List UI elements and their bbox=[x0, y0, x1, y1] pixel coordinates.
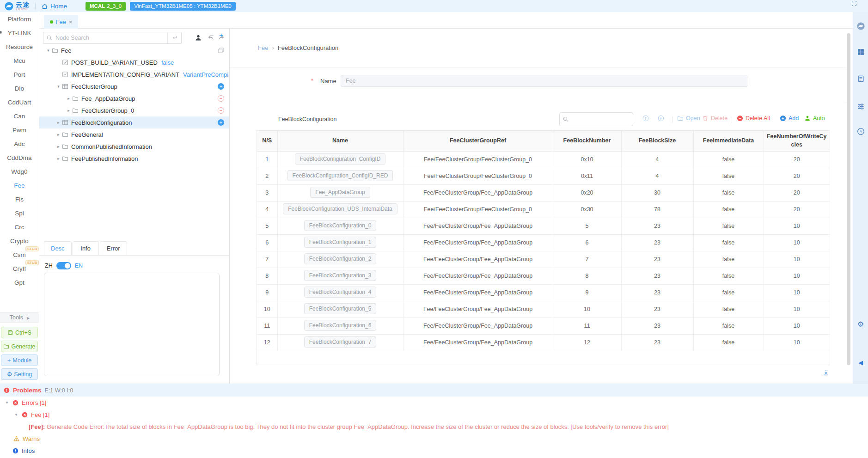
sidebar-save-button[interactable]: Ctrl+S bbox=[1, 327, 38, 338]
table-row[interactable]: 10FeeBlockConfiguration_5Fee/FeeClusterG… bbox=[257, 301, 830, 318]
sidebar-item-fls[interactable]: Fls bbox=[0, 192, 39, 206]
history-icon[interactable] bbox=[856, 127, 865, 136]
sidebar-item-csm[interactable]: CsmSTUB bbox=[0, 248, 39, 262]
chevron-right-icon[interactable]: ▸ bbox=[65, 108, 72, 113]
sidebar-item-cdddma[interactable]: CddDma bbox=[0, 151, 39, 165]
close-icon[interactable] bbox=[69, 19, 73, 25]
sidebar-item-mcu[interactable]: Mcu bbox=[0, 54, 39, 67]
tree-node-value[interactable]: false bbox=[161, 59, 174, 66]
breadcrumb-fee[interactable]: Fee bbox=[258, 44, 268, 51]
sidebar-item-cdduart[interactable]: CddUart bbox=[0, 95, 39, 109]
table-row[interactable]: 1FeeBlockConfiguration_ConfigIDFee/FeeCl… bbox=[257, 151, 830, 168]
block-name-chip[interactable]: Fee_AppDataGroup bbox=[310, 187, 370, 198]
auto-button[interactable]: Auto bbox=[804, 115, 825, 122]
block-name-chip[interactable]: FeeBlockConfiguration_3 bbox=[304, 270, 377, 281]
block-name-chip[interactable]: FeeBlockConfiguration_7 bbox=[304, 336, 377, 348]
chevron-right-icon[interactable]: ▸ bbox=[55, 156, 62, 161]
table-row[interactable]: 5FeeBlockConfiguration_0Fee/FeeClusterGr… bbox=[257, 218, 830, 234]
gear-icon[interactable]: ⚙ bbox=[856, 320, 865, 329]
block-name-chip[interactable]: FeeBlockConfiguration_2 bbox=[304, 253, 377, 264]
block-name-chip[interactable]: FeeBlockConfiguration_1 bbox=[304, 237, 377, 248]
tree-node-feeclustergroup[interactable]: ▾FeeClusterGroup+ bbox=[39, 80, 230, 92]
chevron-down-icon[interactable]: ▾ bbox=[45, 48, 52, 53]
sidebar-item-crypto[interactable]: Crypto bbox=[0, 234, 39, 248]
sidebar-item-spi[interactable]: Spi bbox=[0, 206, 39, 220]
add-button[interactable]: Add bbox=[780, 115, 799, 122]
chevron-right-icon[interactable]: ▸ bbox=[55, 144, 62, 149]
add-circle-icon[interactable]: + bbox=[218, 83, 224, 90]
infos-group-row[interactable]: Infos bbox=[0, 445, 868, 457]
chevron-down-icon[interactable]: ▾ bbox=[55, 84, 62, 89]
block-name-chip[interactable]: FeeBlockConfiguration_ConfigID_RED bbox=[287, 170, 393, 181]
tab-desc[interactable]: Desc bbox=[44, 241, 72, 255]
sidebar-item-resource[interactable]: Resource bbox=[0, 40, 39, 54]
block-name-chip[interactable]: FeeBlockConfiguration_4 bbox=[304, 287, 377, 298]
sidebar-item-gpt[interactable]: Gpt bbox=[0, 275, 39, 289]
assistant-icon[interactable] bbox=[193, 33, 203, 43]
sidebar-item-crc[interactable]: Crc bbox=[0, 220, 39, 234]
delete-all-button[interactable]: Delete All bbox=[737, 115, 770, 122]
tree-node-feepublishedinformation[interactable]: ▸FeePublishedInformation bbox=[39, 153, 230, 165]
table-row[interactable]: 4FeeBlockConfiguration_UDS_InternalDataF… bbox=[257, 201, 830, 218]
delete-button[interactable]: Delete bbox=[702, 115, 727, 122]
sidebar-module-button[interactable]: +Module bbox=[1, 354, 38, 366]
tree-node-implementation_config_variant[interactable]: IMPLEMENTATION_CONFIG_VARIANTVariantPreC… bbox=[39, 68, 230, 80]
tree-node-fee_appdatagroup[interactable]: ▸Fee_AppDataGroup− bbox=[39, 92, 230, 104]
add-circle-icon[interactable]: + bbox=[218, 119, 224, 126]
move-down-button[interactable] bbox=[658, 115, 664, 122]
table-row[interactable]: 9FeeBlockConfiguration_4Fee/FeeClusterGr… bbox=[257, 284, 830, 301]
sidebar-item-platform[interactable]: Platform bbox=[0, 12, 39, 26]
tree-node-post_build_variant_used[interactable]: POST_BUILD_VARIANT_USEDfalse bbox=[39, 56, 230, 68]
open-button[interactable]: Open bbox=[677, 115, 700, 122]
table-row[interactable]: 8FeeBlockConfiguration_3Fee/FeeClusterGr… bbox=[257, 268, 830, 284]
collapse-rail-icon[interactable]: ◀ bbox=[856, 358, 865, 367]
language-toggle[interactable] bbox=[56, 262, 71, 269]
remove-circle-icon[interactable]: − bbox=[218, 107, 224, 114]
tab-info[interactable]: Info bbox=[73, 241, 99, 255]
block-name-chip[interactable]: FeeBlockConfiguration_6 bbox=[304, 320, 377, 331]
tree-node-feeclustergroup_0[interactable]: ▸FeeClusterGroup_0− bbox=[39, 104, 230, 116]
sidebar-item-adc[interactable]: Adc bbox=[0, 137, 39, 151]
sidebar-item-can[interactable]: Can bbox=[0, 109, 39, 123]
sidebar-item-yt-link[interactable]: YT-LINK bbox=[0, 26, 39, 40]
chevron-right-icon[interactable]: ▸ bbox=[65, 96, 72, 101]
tools-button[interactable]: Tools bbox=[0, 312, 39, 323]
block-name-chip[interactable]: FeeBlockConfiguration_5 bbox=[304, 303, 377, 314]
vertical-scrollbar[interactable] bbox=[847, 33, 850, 365]
desc-textarea[interactable] bbox=[44, 273, 220, 376]
sidebar-generate-button[interactable]: Generate bbox=[1, 341, 38, 352]
home-button[interactable]: Home bbox=[41, 3, 67, 10]
sidebar-item-dio[interactable]: Dio bbox=[0, 81, 39, 95]
copy-icon[interactable] bbox=[218, 47, 224, 54]
fee-error-group-row[interactable]: ▾ Fee [1] bbox=[0, 409, 868, 421]
tree-node-fee[interactable]: ▾Fee bbox=[39, 44, 230, 56]
sidebar-item-fee[interactable]: Fee bbox=[0, 178, 39, 192]
table-row[interactable]: 7FeeBlockConfiguration_2Fee/FeeClusterGr… bbox=[257, 251, 830, 268]
document-icon[interactable] bbox=[856, 74, 865, 83]
chevron-right-icon[interactable]: ▸ bbox=[55, 120, 62, 125]
table-search-input[interactable] bbox=[572, 116, 633, 122]
sidebar-item-wdg0[interactable]: Wdg0 bbox=[0, 165, 39, 178]
tree-node-value[interactable]: VariantPreCompi bbox=[183, 71, 228, 78]
enter-icon[interactable] bbox=[167, 32, 181, 43]
sliders-icon[interactable] bbox=[856, 102, 865, 111]
node-search-input[interactable] bbox=[55, 35, 167, 41]
move-up-button[interactable] bbox=[642, 115, 649, 122]
sidebar-item-port[interactable]: Port bbox=[0, 67, 39, 81]
table-row[interactable]: 6FeeBlockConfiguration_1Fee/FeeClusterGr… bbox=[257, 234, 830, 251]
name-input[interactable]: Fee bbox=[341, 75, 747, 87]
remove-circle-icon[interactable]: − bbox=[218, 95, 224, 102]
warns-group-row[interactable]: Warns bbox=[0, 433, 868, 445]
fullscreen-icon[interactable] bbox=[851, 0, 857, 6]
sidebar-item-pwm[interactable]: Pwm bbox=[0, 123, 39, 137]
block-name-chip[interactable]: FeeBlockConfiguration_UDS_InternalData bbox=[283, 203, 397, 214]
table-row[interactable]: 12FeeBlockConfiguration_7Fee/FeeClusterG… bbox=[257, 334, 830, 351]
assistant-bubble-icon[interactable] bbox=[856, 21, 865, 31]
chevron-right-icon[interactable]: ▸ bbox=[55, 132, 62, 137]
table-row[interactable]: 2FeeBlockConfiguration_ConfigID_REDFee/F… bbox=[257, 168, 830, 184]
tab-fee[interactable]: Fee bbox=[44, 15, 78, 29]
block-name-chip[interactable]: FeeBlockConfiguration_0 bbox=[304, 220, 377, 231]
tree-node-feeblockconfiguration[interactable]: ▸FeeBlockConfiguration+ bbox=[39, 116, 230, 128]
problems-header[interactable]: Problems E:1 W:0 I:0 bbox=[0, 384, 868, 397]
append-row-icon[interactable] bbox=[822, 369, 830, 376]
